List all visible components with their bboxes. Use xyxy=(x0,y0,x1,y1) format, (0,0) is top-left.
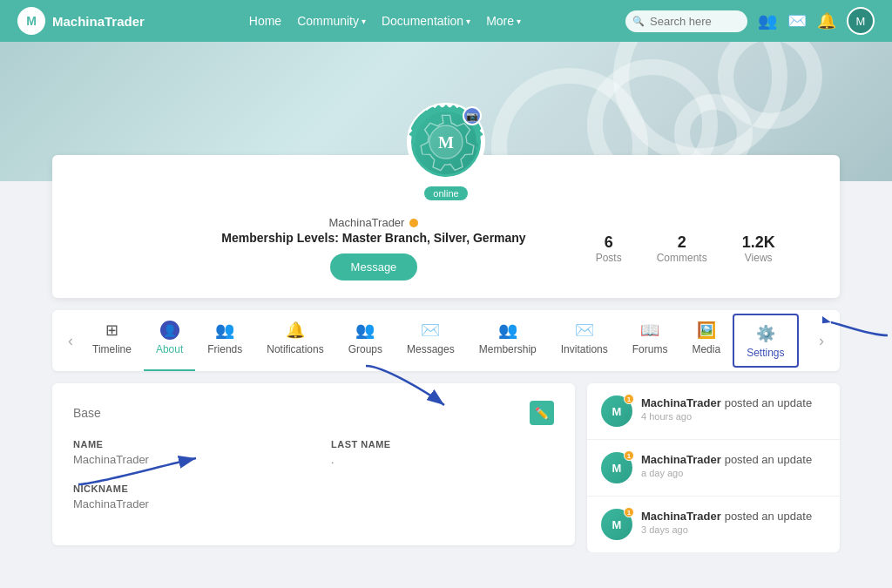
activity-avatar-1: M 1 xyxy=(601,395,632,427)
invitations-icon: ✉️ xyxy=(575,321,594,340)
brand-name: MachinaTrader xyxy=(52,14,145,29)
base-header: Base ✏️ xyxy=(73,401,554,425)
notifications-icon: 🔔 xyxy=(286,321,305,340)
forums-icon: 📖 xyxy=(640,321,659,340)
tabs-bar: ‹ ⊞ Timeline 👤 About 👥 Friends 🔔 Notific… xyxy=(52,310,840,371)
lastname-value: . xyxy=(331,453,554,466)
activity-action-1: posted an update xyxy=(725,396,812,409)
settings-icon: ⚙️ xyxy=(756,324,775,343)
nav-links: Home Community ▾ Documentation ▾ More ▾ xyxy=(162,14,608,28)
tabs-next-arrow[interactable]: › xyxy=(812,332,831,350)
tabs-list: ⊞ Timeline 👤 About 👥 Friends 🔔 Notificat… xyxy=(80,310,812,371)
notif-badge-3: 1 xyxy=(624,507,634,517)
views-count: 1.2K xyxy=(742,233,775,252)
bell-icon[interactable]: 🔔 xyxy=(817,11,836,30)
profile-membership: Membership Levels: Master Branch, Silver… xyxy=(221,231,525,245)
tab-groups[interactable]: 👥 Groups xyxy=(336,310,395,371)
tab-media[interactable]: 🖼️ Media xyxy=(679,310,733,371)
tab-forums[interactable]: 📖 Forums xyxy=(620,310,680,371)
activity-action-2: posted an update xyxy=(725,453,812,466)
posts-label: Posts xyxy=(596,252,622,264)
tabs-prev-arrow[interactable]: ‹ xyxy=(61,332,80,350)
tab-settings[interactable]: ⚙️ Settings xyxy=(733,314,798,368)
main-content: Base ✏️ NAME MachinaTrader LAST NAME . xyxy=(52,383,840,552)
tab-friends[interactable]: 👥 Friends xyxy=(195,310,254,371)
messages-icon: ✉️ xyxy=(421,321,440,340)
field-nickname: NICKNAME MachinaTrader xyxy=(73,483,554,510)
activity-action-3: posted an update xyxy=(725,510,812,523)
camera-badge[interactable]: 📷 xyxy=(463,106,482,125)
nav-community[interactable]: Community ▾ xyxy=(297,14,366,28)
search-wrapper[interactable] xyxy=(625,10,747,32)
profile-username: MachinaTrader xyxy=(328,216,404,229)
stat-comments: 2 Comments xyxy=(657,233,707,264)
name-label: NAME xyxy=(73,439,296,449)
svg-text:M: M xyxy=(438,133,454,152)
activity-item-1: M 1 MachinaTrader posted an update 4 hou… xyxy=(587,383,840,440)
posts-count: 6 xyxy=(596,233,622,252)
stat-posts: 6 Posts xyxy=(596,233,622,264)
profile-card: M 📷 online MachinaTrader Membership Leve… xyxy=(52,155,840,298)
users-icon[interactable]: 👥 xyxy=(758,11,777,30)
membership-icon: 👥 xyxy=(498,321,517,340)
tab-membership[interactable]: 👥 Membership xyxy=(467,310,549,371)
activity-name-2: MachinaTrader xyxy=(641,453,721,466)
activity-time-3: 3 days ago xyxy=(641,524,826,535)
base-section: Base ✏️ NAME MachinaTrader LAST NAME . xyxy=(52,383,575,545)
profile-stats: 6 Posts 2 Comments 1.2K Views xyxy=(596,233,775,264)
stat-views: 1.2K Views xyxy=(742,233,775,264)
message-button[interactable]: Message xyxy=(330,253,418,280)
nav-documentation[interactable]: Documentation ▾ xyxy=(382,14,470,28)
more-chevron: ▾ xyxy=(517,17,521,26)
mail-icon[interactable]: ✉️ xyxy=(787,11,807,30)
friends-icon: 👥 xyxy=(215,321,234,340)
nickname-value: MachinaTrader xyxy=(73,497,554,510)
activity-item-3: M 1 MachinaTrader posted an update 3 day… xyxy=(587,497,840,552)
brand-logo[interactable]: M MachinaTrader xyxy=(17,7,145,35)
navbar-right: 👥 ✉️ 🔔 M xyxy=(625,7,875,35)
activity-name-1: MachinaTrader xyxy=(641,396,721,409)
notif-badge-2: 1 xyxy=(624,450,634,461)
activity-text-2: MachinaTrader posted an update a day ago xyxy=(641,452,826,478)
navbar: M MachinaTrader Home Community ▾ Documen… xyxy=(0,0,892,42)
nickname-label: NICKNAME xyxy=(73,483,554,494)
activity-name-3: MachinaTrader xyxy=(641,510,721,523)
activity-avatar-2: M 1 xyxy=(601,452,632,483)
tab-messages[interactable]: ✉️ Messages xyxy=(395,310,467,371)
user-avatar[interactable]: M xyxy=(847,7,875,35)
tab-timeline[interactable]: ⊞ Timeline xyxy=(80,310,144,371)
nav-more[interactable]: More ▾ xyxy=(486,14,521,28)
docs-chevron: ▾ xyxy=(466,17,470,26)
edit-button[interactable]: ✏️ xyxy=(530,401,554,425)
nav-home[interactable]: Home xyxy=(249,14,281,28)
field-lastname: LAST NAME . xyxy=(331,439,554,466)
profile-name-line: MachinaTrader xyxy=(221,216,525,229)
about-icon: 👤 xyxy=(160,321,179,340)
field-row-nickname: NICKNAME MachinaTrader xyxy=(73,483,554,510)
community-chevron: ▾ xyxy=(362,17,366,26)
profile-avatar: M 📷 xyxy=(407,103,485,181)
timeline-icon: ⊞ xyxy=(105,321,118,340)
profile-avatar-section: M 📷 online xyxy=(407,103,485,200)
activity-time-2: a day ago xyxy=(641,468,826,478)
activity-text-3: MachinaTrader posted an update 3 days ag… xyxy=(641,509,826,535)
activity-panel: M 1 MachinaTrader posted an update 4 hou… xyxy=(587,383,840,552)
online-status: online xyxy=(424,186,467,200)
activity-avatar-3: M 1 xyxy=(601,509,632,540)
brand-icon: M xyxy=(17,7,45,35)
activity-time-1: 4 hours ago xyxy=(641,411,826,422)
groups-icon: 👥 xyxy=(355,321,375,340)
tab-invitations[interactable]: ✉️ Invitations xyxy=(549,310,620,371)
tab-notifications[interactable]: 🔔 Notifications xyxy=(254,310,335,371)
base-title: Base xyxy=(73,406,101,420)
activity-text-1: MachinaTrader posted an update 4 hours a… xyxy=(641,395,826,422)
svg-point-0 xyxy=(429,125,463,159)
verified-badge xyxy=(409,219,418,227)
activity-item-2: M 1 MachinaTrader posted an update a day… xyxy=(587,440,840,497)
search-input[interactable] xyxy=(625,10,747,32)
media-icon: 🖼️ xyxy=(697,321,716,340)
tab-about[interactable]: 👤 About xyxy=(144,310,195,371)
name-value: MachinaTrader xyxy=(73,453,296,466)
comments-label: Comments xyxy=(657,252,707,264)
views-label: Views xyxy=(742,252,775,264)
